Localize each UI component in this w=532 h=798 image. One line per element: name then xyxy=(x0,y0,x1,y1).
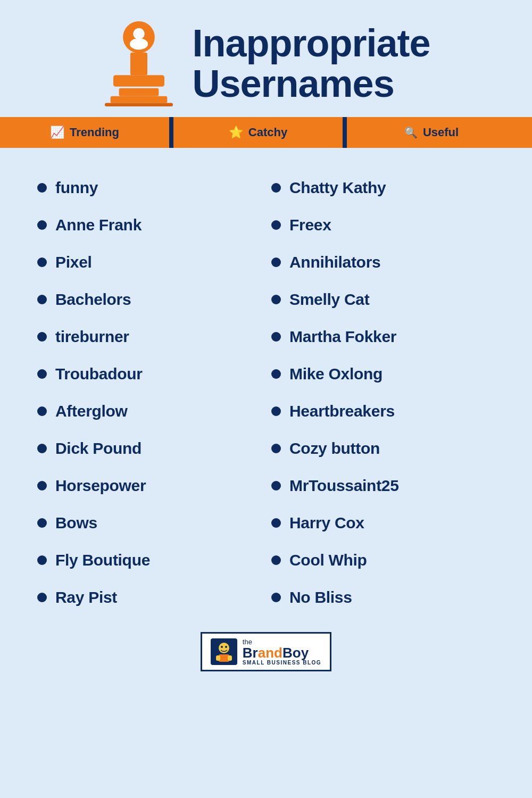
logo-brand: BrandBoy xyxy=(243,646,309,660)
bullet-icon xyxy=(271,369,281,379)
tag-right-accent xyxy=(516,117,532,148)
bullet-icon xyxy=(271,555,281,565)
page-wrapper: Inappropriate Usernames 📈 Trending ⭐ Cat… xyxy=(0,0,532,798)
title-block: Inappropriate Usernames xyxy=(192,23,430,104)
tag-trending[interactable]: 📈 Trending xyxy=(0,117,169,148)
item-label: funny xyxy=(55,179,98,197)
item-label: Afterglow xyxy=(55,402,128,420)
item-label: Annihilators xyxy=(289,253,380,271)
list-item: Smelly Cat xyxy=(266,281,500,318)
left-column: funny Anne Frank Pixel Bachelors tirebur… xyxy=(32,169,266,616)
bullet-icon xyxy=(37,555,47,565)
list-item: tireburner xyxy=(32,318,266,355)
svg-point-1 xyxy=(134,28,145,39)
bullet-icon xyxy=(37,406,47,416)
svg-point-10 xyxy=(221,646,223,648)
tag-useful[interactable]: 🔍 Useful xyxy=(347,117,516,148)
item-label: MrToussaint25 xyxy=(289,477,399,495)
tag-catchy-label: Catchy xyxy=(248,126,287,139)
bullet-icon xyxy=(37,220,47,230)
bullet-icon xyxy=(271,257,281,267)
item-label: tireburner xyxy=(55,328,129,346)
item-label: Pixel xyxy=(55,253,92,271)
logo-brand-accent: and xyxy=(258,645,282,661)
tag-useful-label: Useful xyxy=(423,126,459,139)
bullet-icon xyxy=(37,444,47,453)
bullet-icon xyxy=(37,369,47,379)
tag-divider-1 xyxy=(169,117,173,148)
bullet-icon xyxy=(271,332,281,342)
bullet-icon xyxy=(271,481,281,491)
item-label: Mike Oxlong xyxy=(289,365,383,383)
svg-rect-3 xyxy=(130,53,147,76)
item-label: Ray Pist xyxy=(55,588,117,606)
logo-mascot-icon xyxy=(211,638,237,665)
tag-catchy[interactable]: ⭐ Catchy xyxy=(173,117,343,148)
list-item: Mike Oxlong xyxy=(266,355,500,393)
footer: the BrandBoy SMALL BUSINESS BLOG xyxy=(201,632,331,671)
header: Inappropriate Usernames xyxy=(0,0,532,117)
svg-rect-6 xyxy=(111,96,168,103)
list-item: Pixel xyxy=(32,244,266,281)
list-item: Troubadour xyxy=(32,355,266,393)
bullet-icon xyxy=(271,220,281,230)
item-label: Harry Cox xyxy=(289,514,364,532)
bullet-icon xyxy=(271,518,281,528)
svg-rect-13 xyxy=(216,655,220,661)
catchy-icon: ⭐ xyxy=(229,126,243,139)
logo-brand-last: Boy xyxy=(282,645,309,661)
list-item: Heartbreakers xyxy=(266,393,500,430)
list-item: Ray Pist xyxy=(32,579,266,616)
main-title-line2: Usernames xyxy=(192,64,430,104)
stamp-icon xyxy=(102,21,176,106)
svg-point-11 xyxy=(225,646,227,648)
main-title-line1: Inappropriate xyxy=(192,23,430,64)
bullet-icon xyxy=(37,518,47,528)
item-label: Troubadour xyxy=(55,365,143,383)
svg-point-2 xyxy=(130,38,148,49)
list-item: Fly Boutique xyxy=(32,542,266,579)
bullet-icon xyxy=(271,406,281,416)
bullet-icon xyxy=(37,481,47,491)
bullet-icon xyxy=(37,332,47,342)
svg-rect-14 xyxy=(228,655,232,661)
list-item: Cozy button xyxy=(266,430,500,467)
item-label: No Bliss xyxy=(289,588,352,606)
list-item: Chatty Kathy xyxy=(266,169,500,206)
item-label: Chatty Kathy xyxy=(289,179,386,197)
useful-icon: 🔍 xyxy=(404,126,418,139)
bullet-icon xyxy=(37,593,47,602)
list-item: Bachelors xyxy=(32,281,266,318)
list-item: Dick Pound xyxy=(32,430,266,467)
bullet-icon xyxy=(271,295,281,304)
list-item: Bows xyxy=(32,504,266,542)
item-label: Freex xyxy=(289,216,331,234)
logo-text-block: the BrandBoy SMALL BUSINESS BLOG xyxy=(243,638,321,666)
list-item: Martha Fokker xyxy=(266,318,500,355)
logo-brand-first: Br xyxy=(243,645,258,661)
item-label: Martha Fokker xyxy=(289,328,396,346)
list-item: Freex xyxy=(266,206,500,244)
svg-rect-7 xyxy=(105,103,173,106)
bullet-icon xyxy=(271,593,281,602)
tag-divider-2 xyxy=(343,117,347,148)
list-item: Afterglow xyxy=(32,393,266,430)
tag-bar: 📈 Trending ⭐ Catchy 🔍 Useful xyxy=(0,117,532,148)
list-item: Annihilators xyxy=(266,244,500,281)
logo-subtitle: SMALL BUSINESS BLOG xyxy=(243,660,321,666)
list-item: Horsepower xyxy=(32,467,266,504)
svg-rect-4 xyxy=(113,75,164,86)
item-label: Anne Frank xyxy=(55,216,142,234)
item-label: Smelly Cat xyxy=(289,290,369,309)
list-item: No Bliss xyxy=(266,579,500,616)
svg-rect-5 xyxy=(119,88,159,96)
item-label: Cool Whip xyxy=(289,551,367,569)
bullet-icon xyxy=(271,444,281,453)
trending-icon: 📈 xyxy=(50,126,64,139)
bullet-icon xyxy=(271,183,281,193)
list-item: MrToussaint25 xyxy=(266,467,500,504)
bullet-icon xyxy=(37,183,47,193)
bullet-icon xyxy=(37,257,47,267)
logo-box: the BrandBoy SMALL BUSINESS BLOG xyxy=(201,632,331,671)
list-item: Anne Frank xyxy=(32,206,266,244)
